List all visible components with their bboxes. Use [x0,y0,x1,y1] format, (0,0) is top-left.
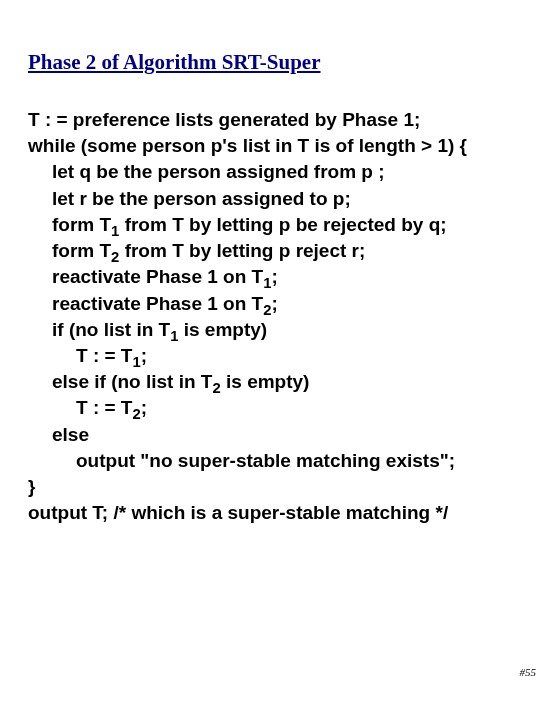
code-line: else if (no list in T2 is empty) [28,369,512,395]
code-line: reactivate Phase 1 on T2; [28,291,512,317]
sub-2: 2 [132,406,140,422]
algorithm-body: T : = preference lists generated by Phas… [28,107,512,527]
code-line: let r be the person assigned to p; [28,186,512,212]
code-line: output "no super-stable matching exists"… [28,448,512,474]
code-line: T : = preference lists generated by Phas… [28,107,512,133]
code-line: form T1 from T by letting p be rejected … [28,212,512,238]
text: is empty) [178,319,267,340]
code-line: } [28,474,512,500]
code-line: while (some person p's list in T is of l… [28,133,512,159]
text: (no list in T [106,371,213,392]
text: output "no super-stable matching exists"… [28,450,455,471]
text: form T [52,240,111,261]
text: reactivate Phase 1 on T [52,293,263,314]
text: from T by letting p reject r; [119,240,365,261]
code-line: T : = T2; [28,395,512,421]
text: ; [141,345,147,366]
text: from T by letting p be rejected by q; [119,214,446,235]
text: reactivate Phase 1 on T [52,266,263,287]
text: form T [52,214,111,235]
slide: Phase 2 of Algorithm SRT-Super T : = pre… [0,0,540,527]
sub-2: 2 [212,380,220,396]
code-line: let q be the person assigned from p ; [28,159,512,185]
text: (no list in T [64,319,171,340]
code-line: else [28,422,512,448]
code-line: if (no list in T1 is empty) [28,317,512,343]
code-line: reactivate Phase 1 on T1; [28,264,512,290]
kw-elseif: else if [52,371,106,392]
text: ; [141,397,147,418]
text: T : = T [76,397,132,418]
page-number: #55 [520,666,537,678]
sub-1: 1 [132,354,140,370]
code-line: output T; /* which is a super-stable mat… [28,500,512,526]
text: T : = T [76,345,132,366]
code-line: form T2 from T by letting p reject r; [28,238,512,264]
code-line: T : = T1; [28,343,512,369]
text: ; [271,293,277,314]
text: is empty) [221,371,310,392]
kw-while: while [28,135,76,156]
slide-title: Phase 2 of Algorithm SRT-Super [28,50,512,75]
text: form T1 from T by letting p be rejected … [28,214,447,235]
kw-if: if [52,319,64,340]
text: ; [271,266,277,287]
text: (some person p's list in T is of length … [76,135,467,156]
